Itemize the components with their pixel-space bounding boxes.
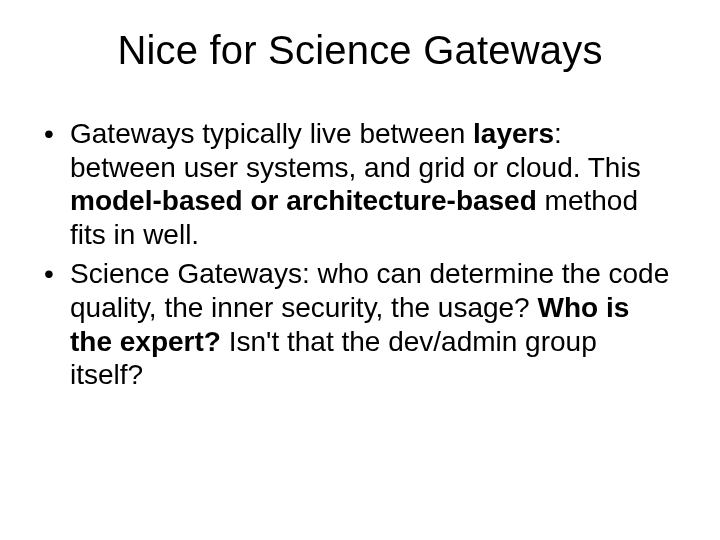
bullet-list: Gateways typically live between layers: …	[36, 117, 684, 392]
text-bold: model-based or architecture-based	[70, 185, 537, 216]
text-bold: layers	[473, 118, 554, 149]
slide: Nice for Science Gateways Gateways typic…	[0, 0, 720, 540]
list-item: Gateways typically live between layers: …	[42, 117, 674, 251]
slide-title: Nice for Science Gateways	[36, 28, 684, 73]
text-run: Gateways typically live between	[70, 118, 473, 149]
list-item: Science Gateways: who can determine the …	[42, 257, 674, 391]
